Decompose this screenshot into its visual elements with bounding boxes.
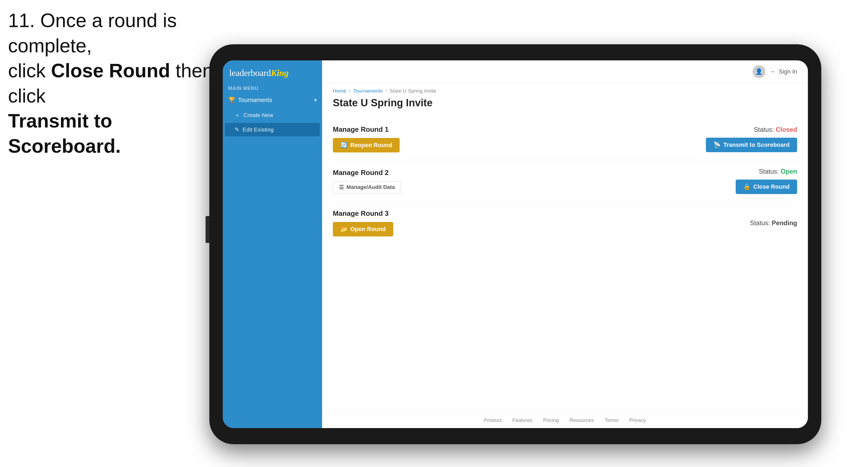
footer-link-terms[interactable]: Terms	[605, 417, 619, 423]
footer-link-pricing[interactable]: Pricing	[543, 417, 559, 423]
breadcrumb-sep2: /	[385, 88, 387, 94]
footer-link-privacy[interactable]: Privacy	[629, 417, 646, 423]
round-2-status: Status: Open	[759, 168, 797, 175]
sidebar: leaderboardKing MAIN MENU 🏆 Tournaments …	[223, 60, 322, 428]
round-2-title: Manage Round 2	[333, 168, 401, 177]
trophy-icon: 🏆	[228, 97, 236, 103]
breadcrumb-current: State U Spring Invite	[390, 88, 436, 94]
footer-link-resources[interactable]: Resources	[569, 417, 594, 423]
sidebar-item-create-new[interactable]: ＋ Create New	[223, 108, 322, 122]
round-2-status-value: Open	[781, 168, 797, 175]
breadcrumb-sep1: /	[349, 88, 350, 94]
tablet-side-button	[206, 216, 209, 243]
sidebar-edit-existing-label: Edit Existing	[243, 126, 274, 133]
round-3-title: Manage Round 3	[333, 209, 393, 218]
transmit-label: Transmit to Scoreboard	[723, 142, 789, 148]
footer-link-product[interactable]: Product	[484, 417, 501, 423]
open-icon: 📂	[340, 226, 348, 233]
round-1-status: Status: Closed	[754, 126, 797, 133]
content-body: Manage Round 1 🔄 Reopen Round Status: Cl…	[322, 115, 808, 412]
round-3-right: Status: Pending	[750, 219, 797, 227]
tablet-device: leaderboardKing MAIN MENU 🏆 Tournaments …	[209, 44, 821, 444]
sidebar-item-edit-existing[interactable]: ✎ Edit Existing	[225, 123, 320, 136]
open-round-button[interactable]: 📂 Open Round	[333, 222, 393, 237]
round-1-left: Manage Round 1 🔄 Reopen Round	[333, 125, 400, 152]
open-round-label: Open Round	[350, 226, 386, 233]
reopen-round-button[interactable]: 🔄 Reopen Round	[333, 138, 400, 152]
app-logo: leaderboardKing	[229, 68, 316, 78]
logo-king: King	[271, 68, 288, 78]
round-3-section: Manage Round 3 📂 Open Round Status: Pend…	[333, 202, 797, 244]
chevron-down-icon: ▾	[314, 97, 317, 103]
breadcrumb-tournaments[interactable]: Tournaments	[353, 88, 383, 94]
round-3-status: Status: Pending	[750, 219, 797, 227]
user-icon: 👤	[755, 68, 763, 75]
avatar: 👤	[752, 65, 766, 78]
round-3-status-label: Status:	[750, 219, 770, 226]
instruction-bold1: Close Round	[51, 60, 170, 81]
instruction-line1: 11. Once a round is complete,	[8, 10, 177, 56]
logo-area: leaderboardKing	[223, 60, 322, 84]
instruction-line2: click	[8, 60, 51, 81]
app-layout: leaderboardKing MAIN MENU 🏆 Tournaments …	[223, 60, 808, 428]
round-3-left: Manage Round 3 📂 Open Round	[333, 209, 393, 237]
tablet-screen: leaderboardKing MAIN MENU 🏆 Tournaments …	[223, 60, 808, 428]
round-1-section: Manage Round 1 🔄 Reopen Round Status: Cl…	[333, 118, 797, 160]
plus-icon: ＋	[235, 112, 240, 119]
transmit-icon: 📡	[713, 142, 721, 148]
lock-icon: 🔒	[743, 183, 750, 190]
manage-audit-button[interactable]: ☰ Manage/Audit Data	[333, 181, 401, 193]
breadcrumb: Home / Tournaments / State U Spring Invi…	[333, 88, 797, 94]
content-header: Home / Tournaments / State U Spring Invi…	[322, 83, 808, 115]
app-footer: Product Features Pricing Resources Terms…	[322, 412, 808, 428]
round-1-status-label: Status:	[754, 126, 774, 133]
round-2-status-label: Status:	[759, 168, 779, 175]
manage-audit-label: Manage/Audit Data	[346, 184, 395, 190]
main-content: Home / Tournaments / State U Spring Invi…	[322, 83, 808, 428]
sidebar-tournaments-label: Tournaments	[238, 97, 272, 103]
sidebar-create-new-label: Create New	[243, 112, 273, 118]
main-menu-label: MAIN MENU	[223, 84, 322, 92]
breadcrumb-home[interactable]: Home	[333, 88, 346, 94]
instruction-bold2: Transmit to Scoreboard.	[8, 110, 121, 157]
reopen-round-label: Reopen Round	[350, 142, 392, 149]
close-round-button[interactable]: 🔒 Close Round	[736, 180, 797, 194]
close-round-label: Close Round	[753, 183, 789, 190]
round-1-right: Status: Closed 📡 Transmit to Scoreboard	[706, 126, 797, 152]
sign-in-area: 👤 → Sign In	[752, 65, 798, 78]
round-3-status-value: Pending	[772, 219, 797, 226]
round-1-title: Manage Round 1	[333, 125, 400, 134]
transmit-to-scoreboard-button[interactable]: 📡 Transmit to Scoreboard	[706, 138, 797, 152]
page-title: State U Spring Invite	[333, 97, 797, 109]
round-1-status-value: Closed	[776, 126, 797, 133]
audit-icon: ☰	[339, 184, 344, 191]
round-2-right: Status: Open 🔒 Close Round	[736, 168, 797, 194]
edit-icon: ✎	[235, 126, 240, 133]
footer-link-features[interactable]: Features	[513, 417, 532, 423]
reopen-icon: 🔄	[340, 142, 348, 149]
sidebar-item-tournaments[interactable]: 🏆 Tournaments ▾	[223, 92, 322, 108]
round-2-section: Manage Round 2 ☰ Manage/Audit Data Statu…	[333, 160, 797, 202]
instruction-text: 11. Once a round is complete, click Clos…	[8, 8, 228, 159]
sign-in-label[interactable]: Sign In	[779, 68, 798, 75]
round-2-left: Manage Round 2 ☰ Manage/Audit Data	[333, 168, 401, 193]
logo-leaderboard: leaderboard	[229, 68, 271, 78]
sign-in-arrow-icon: →	[769, 68, 775, 75]
top-nav: 👤 → Sign In	[322, 60, 808, 83]
